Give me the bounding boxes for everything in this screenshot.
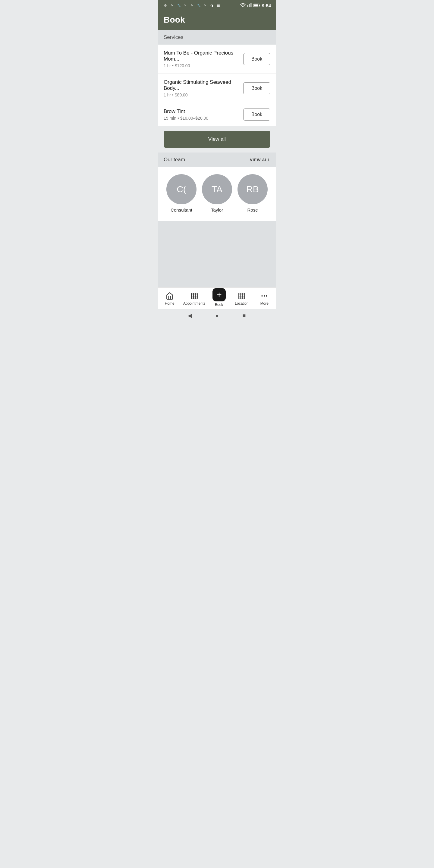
home-icon — [165, 292, 174, 300]
more-icon — [260, 292, 269, 300]
book-button-2[interactable]: Book — [243, 82, 270, 94]
team-list: C( Consultant TA Taylor RB Rose — [158, 167, 276, 221]
tool-icon-3: ✎ — [183, 3, 188, 8]
services-list: Mum To Be - Organic Precious Mom... 1 hr… — [158, 44, 276, 126]
status-icons-right: 9:54 — [240, 3, 271, 8]
nav-label-book: Book — [215, 303, 223, 307]
service-info-1: Mum To Be - Organic Precious Mom... 1 hr… — [164, 50, 243, 68]
svg-rect-3 — [250, 3, 251, 7]
time-display: 9:54 — [262, 3, 271, 8]
member-name-taylor: Taylor — [211, 207, 223, 213]
nav-item-home[interactable]: Home — [161, 292, 179, 306]
wifi-icon — [240, 3, 246, 8]
tool-icon-4: ✎ — [190, 3, 194, 8]
status-icons-left: ⚙ ✎ 🔧 ✎ ✎ 🔧 ✎ ◑ ▦ — [163, 3, 221, 8]
appointments-icon — [190, 292, 198, 300]
svg-point-20 — [261, 296, 263, 297]
svg-rect-4 — [251, 3, 252, 7]
team-member-consultant[interactable]: C( Consultant — [164, 174, 199, 213]
svg-rect-7 — [259, 5, 260, 6]
team-member-rose[interactable]: RB Rose — [235, 174, 270, 213]
battery-icon — [253, 3, 260, 8]
svg-rect-2 — [249, 4, 250, 7]
nav-label-home: Home — [165, 301, 175, 306]
svg-rect-8 — [191, 293, 197, 299]
empty-content-area — [158, 221, 276, 287]
page-title: Book — [164, 15, 270, 25]
avatar-taylor: TA — [202, 174, 232, 204]
svg-point-22 — [266, 296, 267, 297]
view-all-button[interactable]: View all — [164, 131, 270, 148]
nav-item-book[interactable]: Book — [210, 290, 228, 307]
memory-icon: ▦ — [216, 3, 221, 8]
svg-rect-15 — [239, 293, 245, 299]
service-item-3: Brow Tint 15 min • $16.00–$20.00 Book — [158, 103, 276, 126]
team-view-all-button[interactable]: VIEW ALL — [250, 158, 270, 162]
service-name-1: Mum To Be - Organic Precious Mom... — [164, 50, 239, 62]
service-name-3: Brow Tint — [164, 108, 239, 115]
nav-item-appointments[interactable]: Appointments — [183, 292, 205, 306]
nav-item-more[interactable]: More — [255, 292, 273, 306]
member-name-consultant: Consultant — [170, 207, 192, 213]
service-details-1: 1 hr • $120.00 — [164, 63, 239, 68]
team-member-taylor[interactable]: TA Taylor — [199, 174, 235, 213]
svg-point-21 — [264, 296, 265, 297]
tool-icon-6: ✎ — [203, 3, 208, 8]
location-icon — [238, 292, 246, 300]
book-center-icon — [213, 288, 226, 301]
service-details-2: 1 hr • $89.00 — [164, 93, 239, 97]
recents-button[interactable]: ■ — [241, 312, 247, 319]
service-info-3: Brow Tint 15 min • $16.00–$20.00 — [164, 108, 243, 121]
avatar-consultant: C( — [166, 174, 196, 204]
signal-icon — [247, 3, 252, 8]
nav-item-location[interactable]: Location — [233, 292, 251, 306]
book-button-1[interactable]: Book — [243, 53, 270, 65]
bottom-navigation: Home Appointments Book — [158, 287, 276, 309]
services-label: Services — [164, 34, 183, 40]
nav-label-location: Location — [235, 301, 248, 306]
service-item-2: Organic Stimulating Seaweed Body... 1 hr… — [158, 74, 276, 103]
svg-rect-6 — [254, 4, 258, 6]
tool-icon-1: ✎ — [170, 3, 175, 8]
service-details-3: 15 min • $16.00–$20.00 — [164, 116, 239, 121]
avatar-rose: RB — [238, 174, 268, 204]
svg-point-0 — [242, 6, 244, 7]
back-button[interactable]: ◀ — [187, 312, 193, 319]
tool-icon-5: 🔧 — [196, 3, 201, 8]
team-label: Our team — [164, 157, 185, 163]
service-info-2: Organic Stimulating Seaweed Body... 1 hr… — [164, 79, 243, 97]
nav-label-more: More — [260, 301, 269, 306]
svg-rect-1 — [247, 5, 248, 7]
service-item-1: Mum To Be - Organic Precious Mom... 1 hr… — [158, 44, 276, 74]
book-button-3[interactable]: Book — [243, 108, 270, 121]
android-nav-bar: ◀ ● ■ — [158, 309, 276, 322]
circle-icon: ◑ — [210, 3, 214, 8]
gear-icon: ⚙ — [163, 3, 168, 8]
team-section-header: Our team VIEW ALL — [158, 153, 276, 167]
tool-icon-2: 🔧 — [176, 3, 181, 8]
home-button[interactable]: ● — [214, 312, 220, 319]
nav-label-appointments: Appointments — [183, 301, 205, 306]
page-header: Book — [158, 11, 276, 30]
services-section-header: Services — [158, 30, 276, 44]
service-name-2: Organic Stimulating Seaweed Body... — [164, 79, 239, 91]
status-bar: ⚙ ✎ 🔧 ✎ ✎ 🔧 ✎ ◑ ▦ — [158, 0, 276, 11]
member-name-rose: Rose — [247, 207, 258, 213]
